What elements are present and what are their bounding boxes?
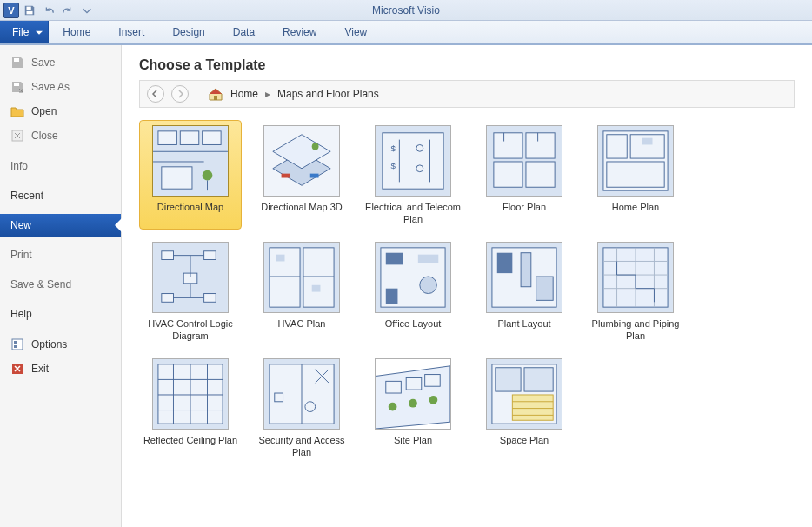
template-label: Electrical and Telecom Plan [365, 202, 461, 226]
tab-data[interactable]: Data [219, 21, 269, 43]
template-thumbnail [263, 125, 340, 197]
svg-rect-6 [14, 341, 17, 344]
sidebar-item-save-as[interactable]: Save As [0, 75, 121, 99]
svg-rect-0 [27, 6, 31, 10]
template-item[interactable]: Security and Access Plan [250, 353, 353, 463]
template-thumbnail [486, 358, 562, 430]
svg-rect-11 [158, 131, 176, 145]
app-icon[interactable]: V [3, 3, 19, 18]
tab-insert[interactable]: Insert [104, 21, 158, 43]
breadcrumb-home[interactable]: Home [230, 88, 258, 100]
svg-rect-3 [14, 83, 19, 86]
svg-point-72 [409, 399, 417, 408]
template-label: Home Plan [612, 202, 659, 226]
template-item[interactable]: $$Electrical and Telecom Plan [362, 120, 464, 230]
svg-rect-68 [386, 381, 402, 393]
template-label: Plant Layout [497, 318, 550, 343]
page-heading: Choose a Template [139, 57, 795, 73]
tab-file[interactable]: File [0, 21, 49, 43]
svg-rect-51 [418, 255, 438, 264]
template-item[interactable]: Plumbing and Piping Plan [584, 237, 687, 346]
sidebar-label: Recent [10, 190, 43, 202]
svg-rect-2 [14, 58, 19, 62]
sidebar-item-info[interactable]: Info [0, 155, 121, 177]
sidebar-label: Save As [31, 81, 70, 93]
template-grid: Directional MapDirectional Map 3D$$Elect… [139, 120, 795, 463]
svg-point-71 [389, 403, 397, 411]
template-thumbnail [375, 242, 451, 313]
svg-rect-14 [162, 167, 192, 189]
backstage-sidebar: Save Save As Open Close Info Recent New … [0, 45, 122, 527]
sidebar-item-help[interactable]: Help [0, 303, 121, 325]
template-thumbnail [597, 125, 674, 197]
svg-rect-32 [603, 131, 668, 190]
sidebar-label: Options [31, 338, 67, 350]
template-thumbnail [263, 242, 340, 313]
template-item[interactable]: Reflected Ceiling Plan [139, 353, 242, 463]
template-item[interactable]: HVAC Plan [250, 237, 353, 346]
template-thumbnail: $$ [375, 125, 451, 197]
svg-rect-56 [497, 253, 513, 273]
sidebar-label: Open [31, 105, 57, 117]
sidebar-item-close[interactable]: Close [0, 123, 121, 148]
tab-view[interactable]: View [330, 21, 381, 43]
template-item[interactable]: Plant Layout [473, 237, 576, 346]
sidebar-item-exit[interactable]: Exit [0, 357, 121, 381]
template-item[interactable]: Site Plan [362, 353, 464, 463]
svg-rect-77 [524, 368, 553, 391]
svg-rect-53 [386, 289, 398, 304]
qat-save-button[interactable] [21, 2, 38, 19]
window-title: Microsoft Visio [372, 4, 440, 17]
svg-rect-27 [494, 133, 522, 158]
svg-point-52 [420, 277, 437, 294]
template-item[interactable]: HVAC Control Logic Diagram [139, 237, 242, 346]
sidebar-item-print[interactable]: Print [0, 243, 121, 266]
svg-rect-45 [303, 248, 334, 307]
tab-review[interactable]: Review [269, 21, 330, 43]
svg-rect-18 [310, 174, 319, 178]
chevron-right-icon: ▸ [265, 88, 270, 100]
svg-rect-28 [526, 133, 555, 158]
svg-rect-57 [521, 253, 531, 287]
qat-redo-button[interactable] [59, 2, 77, 19]
template-label: HVAC Plan [278, 318, 326, 343]
sidebar-item-options[interactable]: Options [0, 332, 121, 357]
svg-rect-1 [27, 10, 33, 14]
svg-rect-38 [162, 251, 174, 260]
template-item[interactable]: Home Plan [584, 120, 687, 230]
template-item[interactable]: Space Plan [473, 353, 576, 463]
sidebar-item-new[interactable]: New [0, 214, 121, 237]
svg-rect-13 [203, 131, 221, 145]
nav-forward-button[interactable] [171, 85, 189, 103]
home-icon[interactable] [208, 86, 223, 102]
template-label: Floor Plan [503, 202, 546, 226]
template-label: Office Layout [385, 318, 442, 343]
template-label: Plumbing and Piping Plan [588, 318, 683, 343]
tab-design[interactable]: Design [158, 21, 218, 43]
template-thumbnail [597, 242, 674, 313]
template-item[interactable]: Directional Map 3D [250, 120, 353, 230]
sidebar-item-open[interactable]: Open [0, 99, 121, 123]
svg-rect-5 [12, 339, 23, 350]
sidebar-item-recent[interactable]: Recent [0, 184, 121, 207]
template-thumbnail [152, 358, 229, 430]
exit-icon [10, 362, 24, 376]
template-item[interactable]: Directional Map [139, 120, 242, 230]
svg-rect-58 [536, 277, 554, 300]
ribbon-tabs: File Home Insert Design Data Review View [0, 21, 812, 45]
template-label: HVAC Control Logic Diagram [143, 318, 238, 343]
backstage-main: Choose a Template Home ▸ Maps and Floor … [122, 45, 812, 527]
qat-customize-dropdown[interactable] [78, 2, 96, 19]
breadcrumb-category[interactable]: Maps and Floor Plans [277, 88, 379, 100]
tab-home[interactable]: Home [49, 21, 104, 43]
template-item[interactable]: Floor Plan [473, 120, 576, 230]
nav-back-button[interactable] [147, 85, 164, 103]
title-bar: V Microsoft Visio [0, 0, 812, 21]
sidebar-item-save[interactable]: Save [0, 50, 121, 75]
svg-rect-47 [312, 285, 321, 292]
sidebar-item-save-send[interactable]: Save & Send [0, 273, 121, 296]
qat-undo-button[interactable] [40, 2, 57, 19]
sidebar-label: New [10, 219, 31, 231]
template-item[interactable]: Office Layout [362, 237, 464, 346]
svg-rect-50 [386, 253, 403, 265]
